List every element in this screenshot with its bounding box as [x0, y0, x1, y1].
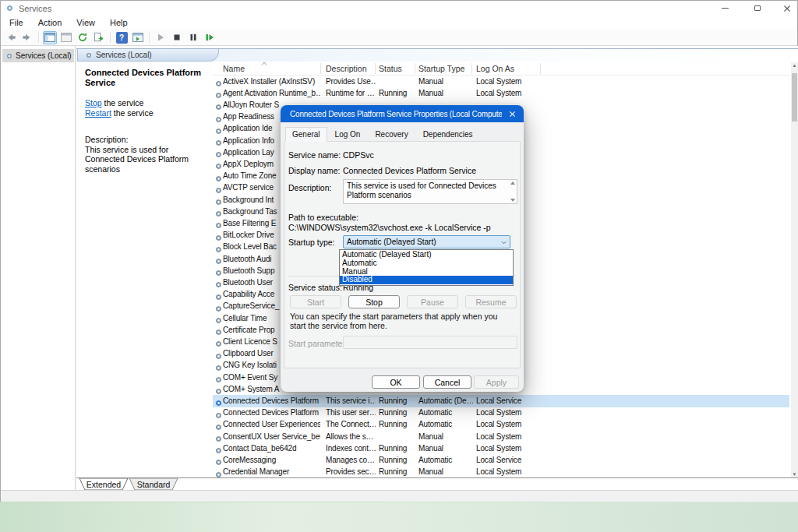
column-header-status[interactable]: Status	[379, 64, 416, 73]
scroll-down-icon[interactable]: ▼	[791, 471, 798, 477]
back-icon[interactable]	[4, 31, 18, 44]
stop-service-icon[interactable]	[170, 31, 184, 44]
startup-type-label: Startup type:	[288, 238, 335, 247]
restart-service-link[interactable]: Restart	[85, 108, 111, 118]
scroll-up-icon[interactable]: ▲	[791, 62, 798, 69]
service-name-value: CDPSvc	[343, 150, 374, 160]
view-tab-extended-label: Extended	[87, 480, 122, 489]
service-row[interactable]: ActiveX Installer (AxInstSV)Provides Use…	[213, 76, 789, 87]
service-action: Stop the service	[85, 98, 207, 108]
stop-service-button[interactable]: Stop	[348, 295, 400, 308]
dialog-tab-recovery[interactable]: Recovery	[368, 127, 415, 142]
maximize-button[interactable]	[746, 1, 769, 16]
scrollbar-thumb[interactable]	[792, 73, 797, 122]
service-row[interactable]: Contact Data_be642dIndexes cont…RunningM…	[213, 442, 789, 454]
menu-action[interactable]: Action	[36, 17, 65, 28]
cell: Local System	[476, 89, 543, 97]
cell: Manual	[418, 89, 473, 97]
menu-file[interactable]: File	[7, 17, 26, 28]
cell: Allows the s…	[326, 432, 376, 441]
column-divider	[471, 63, 472, 74]
cell: Agent Activation Runtime_b…	[223, 89, 320, 97]
startup-option-disabled[interactable]: Disabled	[340, 276, 513, 284]
cell: Automatic	[418, 420, 473, 428]
view-tabs-bar: ExtendedStandard	[76, 477, 798, 490]
service-row[interactable]: CoreMessagingManages co…RunningAutomatic…	[213, 454, 789, 466]
service-row[interactable]: Credential ManagerProvides sec…RunningMa…	[213, 467, 789, 477]
cancel-button[interactable]: Cancel	[423, 375, 471, 389]
minimize-button[interactable]	[713, 1, 736, 16]
description-textbox[interactable]: This service is used for Connected Devic…	[343, 179, 517, 204]
menu-view[interactable]: View	[74, 17, 97, 28]
gear-icon	[5, 4, 14, 12]
pause-service-button[interactable]: Pause	[407, 295, 458, 308]
stop-service-link[interactable]: Stop	[85, 98, 102, 107]
cell: Runtime for …	[326, 89, 376, 97]
cell: Provides Use…	[326, 77, 376, 86]
column-header-description[interactable]: Description	[326, 64, 376, 73]
scroll-up-icon[interactable]	[510, 181, 515, 185]
cell: Running	[379, 396, 416, 405]
dialog-tab-log-on[interactable]: Log On	[328, 127, 368, 142]
vertical-scrollbar[interactable]: ▲ ▼	[791, 62, 798, 477]
status-bar	[1, 490, 798, 502]
cell: Running	[379, 456, 416, 464]
dialog-title: Connected Devices Platform Service Prope…	[290, 110, 502, 118]
close-button[interactable]	[775, 1, 798, 16]
restart-service-icon[interactable]	[203, 31, 217, 44]
cell: ActiveX Installer (AxInstSV)	[223, 77, 320, 86]
service-row[interactable]: Connected Devices Platform …This service…	[213, 395, 789, 407]
service-action: Restart the service	[85, 108, 207, 118]
apply-button[interactable]: Apply	[474, 375, 519, 389]
dialog-tab-general[interactable]: General	[285, 127, 327, 142]
cell: Connected Devices Platform …	[223, 408, 320, 417]
cell: Local System	[476, 432, 543, 441]
startup-type-combobox[interactable]: Automatic (Delayed Start)	[343, 235, 510, 248]
refresh-icon[interactable]	[76, 31, 90, 44]
properties-icon[interactable]	[59, 31, 73, 44]
column-header-startup-type[interactable]: Startup Type	[418, 64, 473, 73]
extended-info-panel: Connected Devices Platform Service Stop …	[79, 62, 213, 477]
cell: Running	[379, 467, 416, 476]
cell: Manual	[418, 444, 473, 453]
cell: ConsentUX User Service_be6…	[223, 432, 320, 441]
service-row[interactable]: Agent Activation Runtime_b…Runtime for ……	[213, 87, 789, 99]
export-list-icon[interactable]	[92, 31, 106, 44]
startup-option-automatic[interactable]: Automatic	[340, 259, 513, 268]
start-service-button[interactable]: Start	[290, 295, 341, 308]
cell: CoreMessaging	[223, 456, 320, 464]
window-title: Services	[19, 4, 51, 13]
cell: Manual	[418, 432, 473, 441]
cell: The Connect…	[326, 420, 376, 428]
gear-icon	[214, 470, 223, 477]
column-header-name[interactable]: Name	[223, 64, 320, 73]
selected-service-title: Connected Devices Platform Service	[85, 68, 207, 88]
dialog-close-button[interactable]	[500, 105, 524, 122]
forward-icon[interactable]	[20, 31, 34, 44]
start-service-icon[interactable]	[154, 31, 168, 44]
services-app-icon	[5, 4, 14, 12]
cell: Local System	[476, 467, 543, 476]
cell: Running	[379, 444, 416, 453]
scroll-down-icon[interactable]	[510, 199, 515, 202]
tree-item-services-local[interactable]: Services (Local)	[2, 49, 74, 62]
help-icon[interactable]: ?	[115, 31, 129, 44]
properties-window-icon[interactable]	[131, 31, 145, 44]
service-row[interactable]: Connected Devices Platform …This user se…	[213, 407, 789, 419]
start-parameters-input[interactable]	[343, 336, 517, 349]
service-row[interactable]: Connected User Experiences …The Connect……	[213, 419, 789, 431]
resume-service-button[interactable]: Resume	[465, 295, 517, 308]
column-header-log-on-as[interactable]: Log On As	[476, 64, 543, 73]
show-console-tree-icon[interactable]	[43, 31, 57, 44]
description-label: Description:	[85, 135, 204, 145]
menu-help[interactable]: Help	[108, 17, 130, 28]
service-row[interactable]: ConsentUX User Service_be6…Allows the s……	[213, 431, 789, 442]
toolbar: ?	[1, 30, 797, 46]
dialog-tab-dependencies[interactable]: Dependencies	[416, 127, 480, 142]
pause-service-icon[interactable]	[186, 31, 200, 44]
cell: Running	[379, 89, 416, 97]
cell: Indexes cont…	[326, 444, 376, 453]
ok-button[interactable]: OK	[372, 375, 420, 389]
tree-item-label: Services (Local)	[16, 51, 72, 60]
dialog-tabs: GeneralLog OnRecoveryDependencies	[285, 127, 480, 142]
